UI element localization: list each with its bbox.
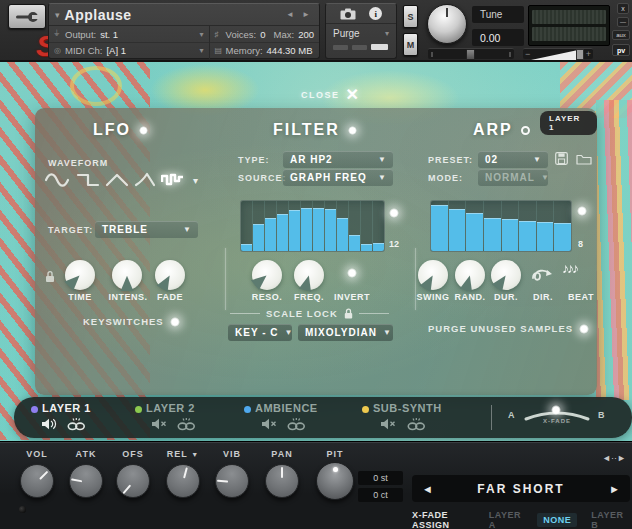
waveform-square-icon[interactable] <box>76 172 100 188</box>
arp-graph[interactable] <box>430 200 572 252</box>
rel-caret-icon[interactable]: ▼ <box>191 451 199 458</box>
layer2-link-icon[interactable] <box>176 417 197 431</box>
waveform-sine-icon[interactable] <box>45 172 71 188</box>
lfo-fade-knob[interactable] <box>155 260 185 290</box>
xfade-assign-layer-a[interactable]: LAYER A <box>483 508 529 529</box>
memory-label: Memory: <box>226 45 263 56</box>
pan-slider[interactable] <box>428 48 514 59</box>
key-caret-icon: ▼ <box>279 328 293 337</box>
filter-graph-led[interactable] <box>389 208 399 218</box>
purge-menu[interactable]: Purge ▾ <box>326 24 396 42</box>
info-icon[interactable]: i <box>369 7 382 20</box>
rel-knob[interactable] <box>166 464 200 498</box>
filter-enable-led[interactable] <box>348 126 357 135</box>
lfo-intensity-knob[interactable] <box>112 260 142 290</box>
keyswitches-led[interactable] <box>170 317 180 327</box>
minimize-instrument-button[interactable]: — <box>617 17 629 27</box>
instrument-nav-arrows[interactable]: ◄ ► <box>286 10 313 19</box>
volume-slider[interactable]: − + <box>523 48 593 59</box>
xfade-slider[interactable]: X-FADE <box>522 403 592 431</box>
aux-button[interactable]: aux <box>612 30 630 40</box>
subsynth-speaker-muted-icon[interactable] <box>380 418 396 430</box>
pitch-semitones-value[interactable]: 0 st <box>358 471 403 485</box>
articulation-next-arrow[interactable]: ► <box>609 483 620 495</box>
waveform-triangle-icon[interactable] <box>105 172 129 188</box>
pv-button[interactable]: pv <box>612 44 630 56</box>
rel-label[interactable]: REL ▼ <box>161 449 205 459</box>
arp-swing-knob[interactable] <box>418 260 448 290</box>
arp-direction-icon[interactable] <box>530 266 556 284</box>
pitch-cents-value[interactable]: 0 ct <box>358 488 403 502</box>
volume-handle[interactable] <box>576 49 584 60</box>
arp-mode-dropdown[interactable]: NORMAL ▼ <box>478 169 548 186</box>
articulation-prev-arrow[interactable]: ◄ <box>422 483 433 495</box>
preset-save-icon[interactable] <box>555 152 568 165</box>
snapshot-camera-icon[interactable] <box>340 8 356 20</box>
atk-knob[interactable] <box>69 464 103 498</box>
filter-source-dropdown[interactable]: GRAPH FREQ ▼ <box>283 169 393 186</box>
purge-unused-led[interactable] <box>579 324 589 334</box>
vol-knob[interactable] <box>20 464 54 498</box>
scale-dropdown[interactable]: MIXOLYDIAN ▼ <box>298 324 393 341</box>
edit-wrench-button[interactable] <box>8 4 46 29</box>
layer2-tab[interactable]: LAYER 2 <box>146 402 195 414</box>
volume-plus[interactable]: + <box>586 49 591 60</box>
voices-value: 0 <box>260 29 265 40</box>
filter-invert-led[interactable] <box>347 268 357 278</box>
lfo-lock-icon[interactable] <box>45 270 55 283</box>
arp-enable-led[interactable] <box>521 126 530 135</box>
collapse-caret-icon[interactable]: ▾ <box>55 10 60 20</box>
pan-knob[interactable] <box>265 464 299 498</box>
lfo-enable-led[interactable] <box>139 126 148 135</box>
tune-value[interactable]: 0.00 <box>472 29 524 46</box>
arp-duration-knob[interactable] <box>491 260 521 290</box>
mute-button[interactable]: M <box>403 33 418 56</box>
pit-knob[interactable] <box>316 462 354 500</box>
target-dropdown[interactable]: TREBLE ▼ <box>95 221 198 238</box>
midi-channel-row[interactable]: ◎ MIDI Ch: [A] 1 ▾ <box>49 42 209 58</box>
instrument-title-row[interactable]: ▾ Applause ◄ ► <box>49 4 319 26</box>
ofs-knob[interactable] <box>116 464 150 498</box>
key-dropdown[interactable]: KEY - C ▼ <box>228 324 292 341</box>
layer-badge[interactable]: LAYER 1 <box>540 111 597 135</box>
volume-minus[interactable]: − <box>525 49 530 60</box>
close-instrument-button[interactable]: x <box>617 3 629 14</box>
subsynth-tab[interactable]: SUB-SYNTH <box>373 402 442 414</box>
layer1-link-icon[interactable] <box>66 417 87 431</box>
filter-graph[interactable] <box>240 200 385 252</box>
xfade-assign-none[interactable]: NONE <box>537 513 577 527</box>
xfade-handle[interactable] <box>551 405 561 415</box>
solo-button[interactable]: S <box>403 5 418 28</box>
subsynth-link-icon[interactable] <box>406 417 427 431</box>
waveform-random-icon[interactable] <box>161 172 185 188</box>
arp-mode-label: MODE: <box>428 173 463 183</box>
pan-handle[interactable] <box>466 49 475 60</box>
layer2-speaker-muted-icon[interactable] <box>151 418 167 430</box>
panel-close-button[interactable]: CLOSE ✕ <box>301 85 359 104</box>
layer1-speaker-on-icon[interactable] <box>41 418 57 430</box>
waveform-dropdown-caret[interactable]: ▾ <box>193 175 198 186</box>
articulation-drag-icon[interactable]: ◄··► <box>602 453 626 463</box>
vib-knob[interactable] <box>215 464 249 498</box>
filter-frequency-knob[interactable] <box>294 260 324 290</box>
purge-unused-toggle[interactable]: PURGE UNUSED SAMPLES <box>428 323 589 334</box>
lfo-time-knob[interactable] <box>65 260 95 290</box>
meter-right <box>532 27 606 41</box>
filter-resonance-knob[interactable] <box>252 260 282 290</box>
ambience-speaker-muted-icon[interactable] <box>261 418 277 430</box>
waveform-ramp-icon[interactable] <box>134 172 156 188</box>
arp-random-knob[interactable] <box>455 260 485 290</box>
preset-load-folder-icon[interactable] <box>576 153 592 165</box>
arp-preset-dropdown[interactable]: 02 ▼ <box>478 151 548 168</box>
ambience-tab[interactable]: AMBIENCE <box>255 402 318 414</box>
output-row[interactable]: ⏚ Output: st. 1 ▾ <box>49 26 209 42</box>
arp-graph-led[interactable] <box>577 206 587 216</box>
ambience-link-icon[interactable] <box>286 417 307 431</box>
tune-knob[interactable] <box>427 4 467 44</box>
layer1-tab[interactable]: LAYER 1 <box>42 402 91 414</box>
xfade-assign-layer-b[interactable]: LAYER B <box>585 508 632 529</box>
arp-beat-icon[interactable]: ♪♪♪ <box>562 260 577 276</box>
articulation-selector[interactable]: ◄ FAR SHORT ► <box>412 475 630 502</box>
keyswitches-toggle[interactable]: KEYSWITCHES <box>83 316 180 327</box>
filter-type-dropdown[interactable]: AR HP2 ▼ <box>283 151 393 168</box>
